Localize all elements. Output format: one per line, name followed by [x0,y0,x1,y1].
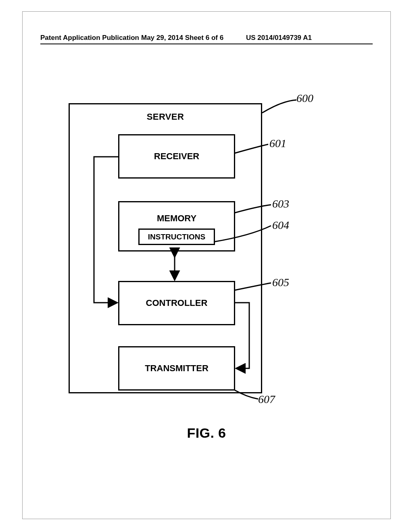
ref-607: 607 [258,393,275,406]
header-left: Patent Application Publication [40,34,139,42]
memory-label: MEMORY [157,213,196,224]
instructions-block: INSTRUCTIONS [138,229,215,245]
header-right: US 2014/0149739 A1 [246,34,312,42]
receiver-label: RECEIVER [154,151,199,162]
receiver-block: RECEIVER [118,134,235,179]
ref-601: 601 [269,137,286,150]
header-underline [40,44,373,44]
memory-block: MEMORY INSTRUCTIONS [118,201,235,251]
ref-600: 600 [296,92,313,105]
instructions-label: INSTRUCTIONS [148,233,206,241]
ref-605: 605 [272,276,289,289]
transmitter-block: TRANSMITTER [118,346,235,391]
header-mid: May 29, 2014 Sheet 6 of 6 [141,34,223,42]
ref-604: 604 [272,219,289,232]
server-label: SERVER [70,112,261,122]
ref-603: 603 [272,197,289,210]
figure-caption: FIG. 6 [0,425,413,441]
server-diagram: SERVER RECEIVER MEMORY INSTRUCTIONS CONT… [69,103,262,393]
transmitter-label: TRANSMITTER [145,363,209,374]
controller-block: CONTROLLER [118,281,235,325]
controller-label: CONTROLLER [146,298,208,308]
